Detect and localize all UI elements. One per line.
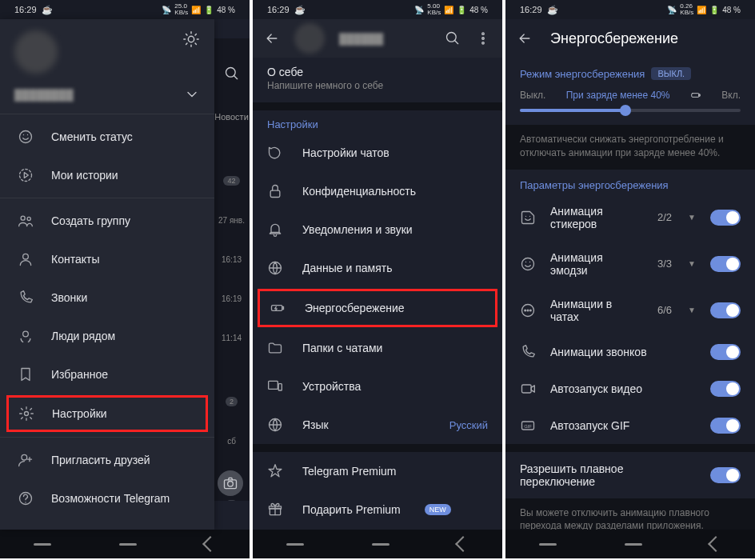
back-icon[interactable] (517, 30, 533, 46)
nearby-icon (18, 328, 34, 344)
nav-recents[interactable] (34, 543, 51, 546)
mode-label: Режим энергосбережения (520, 68, 645, 80)
drawer-item-settings[interactable]: Настройки (6, 395, 208, 432)
phone-icon (18, 290, 34, 306)
user-avatar[interactable] (294, 23, 325, 54)
drawer-item-contacts[interactable]: Контакты (0, 240, 214, 278)
gift-icon (267, 502, 283, 518)
power-toolbar: Энергосбережение (505, 19, 755, 58)
svg-text:GIF: GIF (524, 423, 532, 428)
settings-item-data[interactable]: Данные и память (253, 249, 502, 287)
background-chat-list: Новости 42 27 янв. 16:13 16:19 11:14 2 с… (214, 38, 250, 501)
settings-item-notifications[interactable]: Уведомления и звуки (253, 210, 502, 249)
settings-item-devices[interactable]: Устройства (253, 367, 502, 406)
nav-recents[interactable] (286, 543, 304, 546)
search-icon[interactable] (445, 30, 461, 46)
lock-icon (267, 183, 283, 199)
toggle-call-anim[interactable] (710, 344, 741, 360)
svg-rect-22 (272, 306, 282, 311)
svg-point-7 (27, 217, 30, 220)
user-avatar[interactable] (14, 30, 58, 74)
user-name: ██████ (339, 33, 430, 45)
power-slider[interactable] (520, 109, 741, 112)
svg-rect-36 (522, 385, 532, 393)
svg-point-8 (23, 254, 29, 259)
drawer-item-status[interactable]: Сменить статус (0, 118, 214, 156)
settings-item-language[interactable]: Язык Русский (253, 406, 502, 444)
nav-back[interactable] (455, 536, 471, 552)
power-item-autoplay-gif[interactable]: GIF Автозапуск GIF (505, 407, 755, 444)
nav-back[interactable] (202, 536, 218, 552)
svg-point-31 (522, 258, 534, 270)
settings-item-premium[interactable]: Telegram Premium (253, 452, 502, 490)
smile-icon (18, 129, 34, 145)
gif-icon: GIF (520, 418, 536, 434)
svg-point-34 (527, 310, 529, 311)
info-text-1: Автоматически снижать энергопотребление … (505, 125, 755, 170)
power-item-stickers[interactable]: Анимация стикеров 2/2 ▼ (505, 194, 755, 241)
more-icon[interactable] (475, 30, 491, 46)
data-icon (267, 260, 283, 276)
chat-icon (267, 145, 283, 161)
svg-point-17 (482, 33, 485, 35)
drawer-item-features[interactable]: Возможности Telegram (0, 479, 214, 518)
drawer-item-nearby[interactable]: Люди рядом (0, 317, 214, 355)
status-bar: 16:29☕ 📡 25.0KB/s 📶🔋 48 % (0, 0, 250, 19)
account-row[interactable]: ████████ (0, 80, 214, 110)
toggle-autoplay-video[interactable] (710, 381, 741, 397)
settings-item-folders[interactable]: Папки с чатами (253, 329, 502, 367)
drawer-item-calls[interactable]: Звонки (0, 278, 214, 317)
svg-point-2 (188, 36, 194, 42)
svg-point-9 (23, 331, 29, 337)
nav-home[interactable] (119, 543, 137, 546)
chevron-down-icon (184, 86, 200, 102)
nav-home[interactable] (372, 543, 389, 546)
globe-icon (267, 417, 283, 433)
battery-small-icon (690, 90, 701, 101)
power-item-call-anim[interactable]: Анимации звонков (505, 334, 755, 370)
drawer-item-stories[interactable]: Мои истории (0, 156, 214, 194)
status-battery: 48 % (217, 6, 235, 14)
gear-icon (18, 406, 34, 422)
settings-item-chats[interactable]: Настройки чатов (253, 134, 502, 172)
svg-point-18 (482, 38, 485, 40)
search-icon[interactable] (224, 66, 240, 82)
chevron-down-icon: ▼ (688, 213, 696, 222)
toggle-smooth[interactable] (710, 467, 741, 483)
toggle-stickers[interactable] (710, 210, 741, 226)
svg-point-11 (22, 454, 27, 460)
settings-item-power[interactable]: Энергосбережение (258, 289, 497, 327)
status-bar: 16:29☕ 📡 0.26KB/s 📶🔋 48 % (505, 0, 755, 19)
add-user-icon (18, 452, 34, 468)
settings-item-privacy[interactable]: Конфиденциальность (253, 172, 502, 210)
power-item-smooth-transition[interactable]: Разрешить плавное переключение (505, 452, 755, 498)
stories-icon (18, 167, 34, 183)
nav-home[interactable] (625, 543, 642, 546)
toggle-autoplay-gif[interactable] (710, 418, 741, 434)
theme-toggle-icon[interactable] (182, 30, 200, 48)
drawer-item-group[interactable]: Создать группу (0, 202, 214, 240)
power-item-emoji[interactable]: Анимация эмодзи 3/3 ▼ (505, 241, 755, 287)
settings-item-gift[interactable]: Подарить Premium NEW (253, 490, 502, 529)
toggle-chat-anim[interactable] (710, 302, 741, 318)
folder-icon (267, 340, 283, 356)
power-item-chat-anim[interactable]: Анимации в чатах 6/6 ▼ (505, 287, 755, 334)
svg-point-6 (21, 216, 25, 220)
svg-point-3 (20, 131, 32, 143)
svg-point-33 (525, 310, 526, 311)
navigation-drawer: ████████ Сменить статус Мои истории Созд… (0, 19, 214, 530)
group-icon (18, 213, 34, 229)
power-item-autoplay-video[interactable]: Автозапуск видео (505, 370, 755, 407)
toggle-emoji[interactable] (710, 256, 741, 272)
new-badge: NEW (425, 504, 451, 515)
drawer-item-saved[interactable]: Избранное (0, 355, 214, 394)
about-section[interactable]: О себе Напишите немного о себе (253, 58, 502, 102)
svg-rect-30 (699, 94, 700, 96)
back-icon[interactable] (264, 30, 280, 46)
battery-icon (270, 300, 286, 316)
svg-point-14 (228, 482, 234, 487)
camera-fab[interactable] (218, 470, 243, 496)
nav-recents[interactable] (539, 543, 557, 546)
nav-back[interactable] (708, 536, 724, 552)
drawer-item-invite[interactable]: Пригласить друзей (0, 441, 214, 479)
